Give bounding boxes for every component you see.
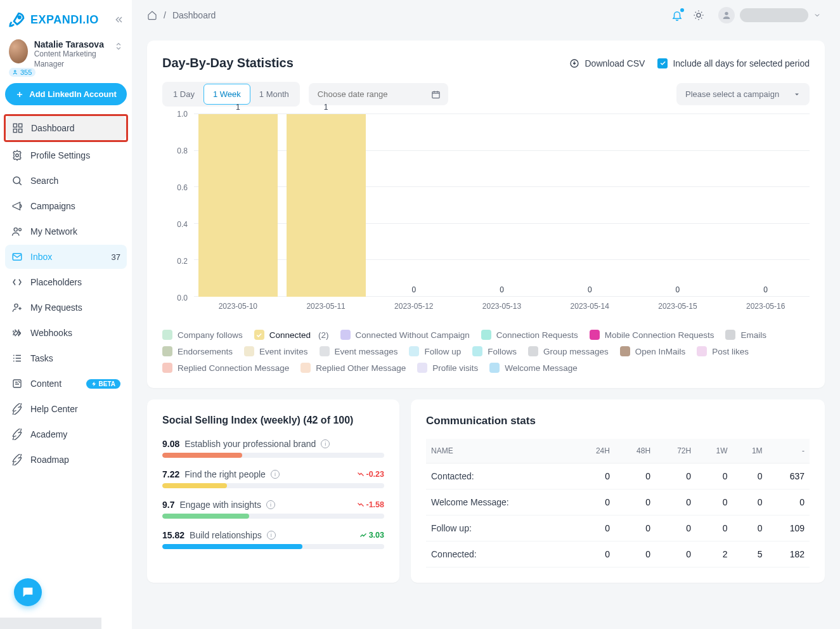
sidebar-item-campaigns[interactable]: Campaigns [5,194,127,218]
legend-swatch [590,330,600,340]
legend-swatch [162,363,172,373]
ssi-delta: -0.23 [357,470,385,479]
legend-swatch [725,330,735,340]
sidebar-item-inbox[interactable]: Inbox37 [5,245,127,269]
campaign-select[interactable]: Please select a campaign [676,83,810,105]
legend-item[interactable]: Event invites [244,346,308,356]
calendar-icon[interactable] [431,89,441,99]
ssi-progress-fill [162,453,242,458]
ssi-label: Find the right people [184,469,266,479]
sidebar-item-webhooks[interactable]: Webhooks [5,321,127,345]
ssi-value: 15.82 [162,530,184,540]
legend-item[interactable]: Company follows [162,330,243,340]
period-1day[interactable]: 1 Day [164,84,204,105]
sidebar-item-label: My Requests [30,302,82,313]
roadmap-icon [11,454,23,465]
account-menu[interactable] [714,6,825,25]
sidebar-item-network[interactable]: My Network [5,219,127,243]
user-expand-icon[interactable] [114,39,123,51]
info-icon[interactable]: i [271,470,280,479]
comm-header: - [768,439,810,464]
legend-item[interactable]: Follows [472,346,517,356]
legend-item[interactable]: Replied Connection Message [162,363,289,373]
network-icon [11,226,23,237]
legend-item[interactable]: Connected(2) [254,330,329,340]
chart-bar[interactable] [287,114,366,297]
legend-swatch [320,346,330,356]
svg-rect-16 [432,91,439,98]
chart-bar[interactable] [198,114,278,297]
tasks-icon [11,353,23,364]
comm-header: NAME [426,439,574,464]
legend-item[interactable]: Endorsements [162,346,233,356]
plus-icon [15,90,24,99]
table-row: Contacted:00000637 [426,464,810,490]
ssi-progress-fill [162,514,249,519]
checkbox-checked-icon [657,58,668,68]
sidebar-item-dashboard[interactable]: Dashboard [6,116,126,140]
legend-item[interactable]: Post likes [697,346,749,356]
sidebar-item-roadmap[interactable]: Roadmap [5,448,127,472]
sidebar-item-label: Inbox [30,252,52,262]
legend-item[interactable]: Mobile Connection Requests [590,330,714,340]
sidebar-item-search[interactable]: Search [5,169,127,193]
legend-item[interactable]: Replied Other Message [300,363,406,373]
sidebar-item-academy[interactable]: Academy [5,422,127,446]
bar-value-label: 1 [236,103,240,112]
notifications-icon[interactable] [671,10,683,21]
inbox-count: 37 [112,252,120,262]
sidebar-item-requests[interactable]: My Requests [5,295,127,320]
requests-icon [11,302,23,313]
include-days-checkbox[interactable]: Include all days for selected period [657,58,810,68]
sidebar-item-label: Search [30,176,58,186]
legend-item[interactable]: Connected Without Campaign [340,330,470,340]
ssi-progress-bar [162,514,384,519]
user-avatar [9,39,28,63]
svg-rect-3 [19,124,22,127]
period-1week[interactable]: 1 Week [204,84,250,105]
sidebar-item-content[interactable]: ContentBETA [5,372,127,396]
home-icon[interactable] [147,10,157,20]
chevron-down-icon [793,91,801,98]
ssi-progress-bar [162,544,384,549]
info-icon[interactable]: i [321,439,330,448]
legend-item[interactable]: Follow up [409,346,461,356]
sidebar-item-tasks[interactable]: Tasks [5,346,127,370]
collapse-sidebar-icon[interactable] [114,15,124,25]
user-card[interactable]: Natalie Tarasova Content Marketing Manag… [5,37,127,74]
sidebar-item-help[interactable]: Help Center [5,397,127,421]
chat-widget-button[interactable] [14,578,42,606]
chevron-down-icon [813,11,821,19]
sidebar-item-profile[interactable]: Profile Settings [5,143,127,167]
legend-item[interactable]: Open InMails [620,346,686,356]
x-tick: 2023-05-16 [721,302,810,311]
info-icon[interactable]: i [267,531,276,540]
legend-swatch [409,346,419,356]
info-icon[interactable]: i [266,500,275,509]
download-csv-button[interactable]: Download CSV [569,58,645,68]
svg-point-14 [725,12,728,15]
legend-item[interactable]: Group messages [528,346,609,356]
academy-icon [11,429,23,440]
add-linkedin-button[interactable]: Add LinkedIn Account [5,83,127,105]
bar-value-label: 0 [763,285,768,294]
bar-value-label: 0 [676,285,680,294]
legend-item[interactable]: Event messages [320,346,398,356]
comm-header: 24H [574,439,615,464]
brand-logo[interactable]: EXPANDI.IO [8,10,99,29]
svg-point-13 [697,13,701,17]
stats-card: Day-By-Day Statistics Download CSV Inclu… [147,41,825,388]
legend-item[interactable]: Welcome Message [489,363,578,373]
legend-item[interactable]: Connection Requests [481,330,578,340]
x-tick: 2023-05-14 [546,302,634,311]
theme-toggle-icon[interactable] [693,10,704,21]
legend-item[interactable]: Profile visits [417,363,478,373]
date-range-input[interactable] [309,83,448,105]
period-1month[interactable]: 1 Month [250,84,298,105]
placeholders-icon [11,276,23,288]
sidebar-item-placeholders[interactable]: Placeholders [5,270,127,294]
sidebar-item-label: Dashboard [31,123,75,133]
ssi-row: 7.22Find the right peoplei-0.23 [162,469,384,488]
webhooks-icon [11,327,23,339]
legend-item[interactable]: Emails [725,330,766,340]
